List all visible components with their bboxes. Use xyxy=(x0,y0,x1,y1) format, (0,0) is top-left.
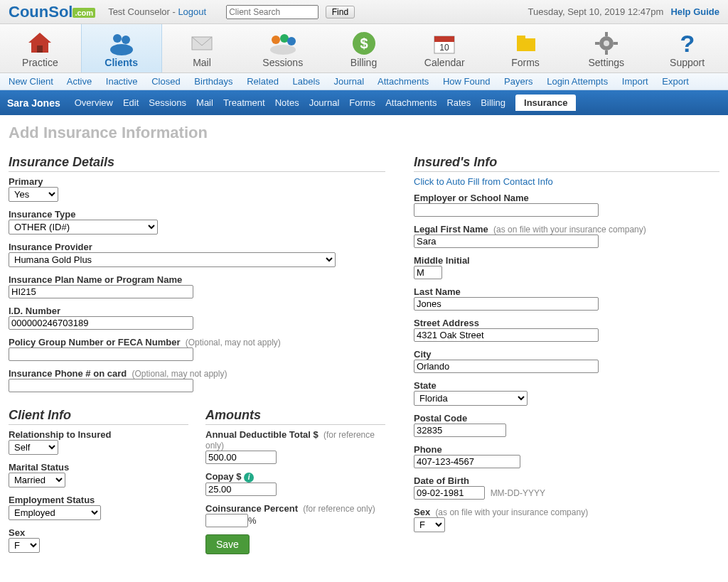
last-input[interactable] xyxy=(414,297,599,311)
tab-sessions[interactable]: Sessions xyxy=(149,97,186,108)
nav-practice[interactable]: Practice xyxy=(0,24,81,72)
save-button[interactable]: Save xyxy=(205,534,250,554)
first-input[interactable] xyxy=(414,235,599,248)
tab-treatment[interactable]: Treatment xyxy=(223,97,265,108)
postal-input[interactable] xyxy=(414,424,506,437)
provider-label: Insurance Provider xyxy=(9,242,385,252)
subnav-new-client[interactable]: New Client xyxy=(9,76,53,87)
state-label: State xyxy=(414,380,719,391)
section-client-info: Client Info xyxy=(9,408,188,425)
employer-input[interactable] xyxy=(414,203,599,217)
client-search-input[interactable] xyxy=(226,5,318,19)
nav-clients[interactable]: Clients xyxy=(81,24,162,72)
svg-rect-16 xyxy=(517,36,525,40)
client-sex-label: Sex xyxy=(9,527,188,538)
primary-select[interactable]: Yes xyxy=(9,187,58,202)
nav-calendar[interactable]: 10 Calendar xyxy=(405,24,486,72)
policy-input[interactable] xyxy=(9,347,193,361)
subnav-related[interactable]: Related xyxy=(247,76,279,87)
subnav-import[interactable]: Import xyxy=(622,76,648,87)
plan-input[interactable] xyxy=(9,285,193,298)
subnav-export[interactable]: Export xyxy=(662,76,689,87)
logout-link[interactable]: Logout xyxy=(178,6,206,17)
ins-phone-input[interactable] xyxy=(9,379,193,392)
id-input[interactable] xyxy=(9,316,193,330)
subnav-payers[interactable]: Payers xyxy=(504,76,532,87)
subnav-birthdays[interactable]: Birthdays xyxy=(194,76,232,87)
employer-label: Employer or School Name xyxy=(414,193,719,203)
page-title: Add Insurance Information xyxy=(9,124,719,142)
svg-text:$: $ xyxy=(360,36,368,51)
nav-settings[interactable]: Settings xyxy=(566,24,647,72)
provider-select[interactable]: Humana Gold Plus xyxy=(9,252,336,267)
street-label: Street Address xyxy=(414,318,719,328)
marital-select[interactable]: Married xyxy=(9,473,65,487)
tab-edit[interactable]: Edit xyxy=(123,97,139,108)
people-icon xyxy=(82,30,161,57)
tab-journal[interactable]: Journal xyxy=(309,97,340,108)
dob-input[interactable] xyxy=(414,486,485,500)
rel-select[interactable]: Self xyxy=(9,440,58,455)
insured-phone-input[interactable] xyxy=(414,455,520,468)
top-bar: CounSol.com Test Counselor - Logout Find… xyxy=(0,0,728,24)
section-insurance-details: Insurance Details xyxy=(9,155,385,172)
subnav-active[interactable]: Active xyxy=(67,76,92,87)
svg-text:?: ? xyxy=(680,31,695,56)
dob-hint: MM-DD-YYYY xyxy=(491,488,545,498)
city-input[interactable] xyxy=(414,360,599,373)
insured-sex-select[interactable]: F xyxy=(414,517,445,532)
tab-mail[interactable]: Mail xyxy=(196,97,213,108)
tab-forms[interactable]: Forms xyxy=(349,97,375,108)
clients-subnav: New Client Active Inactive Closed Birthd… xyxy=(0,73,728,90)
subnav-attachments[interactable]: Attachments xyxy=(378,76,429,87)
client-sex-select[interactable]: F xyxy=(9,538,40,553)
state-select[interactable]: Florida xyxy=(414,391,528,406)
deductible-label: Annual Deductible Total $ (for reference… xyxy=(205,429,385,451)
subnav-journal[interactable]: Journal xyxy=(334,76,365,87)
dob-label: Date of Birth xyxy=(414,475,719,486)
coins-input[interactable] xyxy=(205,514,248,527)
emp-select[interactable]: Employed xyxy=(9,505,101,520)
first-label: Legal First Name (as on file with your i… xyxy=(414,224,719,235)
subnav-inactive[interactable]: Inactive xyxy=(106,76,138,87)
find-button[interactable]: Find xyxy=(326,6,355,18)
mi-input[interactable] xyxy=(414,266,442,279)
svg-rect-20 xyxy=(605,50,608,55)
nav-sessions[interactable]: Sessions xyxy=(242,24,323,72)
subnav-labels[interactable]: Labels xyxy=(293,76,320,87)
street-input[interactable] xyxy=(414,328,599,342)
subnav-login-attempts[interactable]: Login Attempts xyxy=(547,76,608,87)
svg-point-3 xyxy=(122,36,130,44)
subnav-closed[interactable]: Closed xyxy=(151,76,180,87)
copay-input[interactable] xyxy=(205,483,277,496)
svg-rect-13 xyxy=(434,36,454,42)
emp-label: Employment Status xyxy=(9,495,188,505)
nav-support[interactable]: ? Support xyxy=(647,24,728,72)
deductible-input[interactable] xyxy=(205,451,277,464)
tab-insurance[interactable]: Insurance xyxy=(515,95,576,111)
autofill-link[interactable]: Click to Auto Fill from Contact Info xyxy=(414,176,719,187)
help-guide-link[interactable]: Help Guide xyxy=(670,6,719,17)
tab-notes[interactable]: Notes xyxy=(275,97,299,108)
tab-rates[interactable]: Rates xyxy=(446,97,471,108)
svg-rect-22 xyxy=(614,42,618,45)
nav-mail[interactable]: Mail xyxy=(162,24,243,72)
svg-rect-21 xyxy=(595,42,599,45)
subnav-how-found[interactable]: How Found xyxy=(443,76,490,87)
logo-text: CounSol xyxy=(9,3,73,21)
calendar-icon: 10 xyxy=(405,30,485,57)
info-icon[interactable]: i xyxy=(244,473,254,483)
tab-billing[interactable]: Billing xyxy=(481,97,505,108)
tab-overview[interactable]: Overview xyxy=(75,97,113,108)
ins-type-label: Insurance Type xyxy=(9,209,385,220)
city-label: City xyxy=(414,349,719,360)
svg-point-9 xyxy=(270,45,296,55)
tab-attachments[interactable]: Attachments xyxy=(385,97,437,108)
envelope-icon xyxy=(162,30,242,57)
nav-forms[interactable]: Forms xyxy=(486,24,567,72)
ins-type-select[interactable]: OTHER (ID#) xyxy=(9,220,158,235)
nav-billing[interactable]: $ Billing xyxy=(323,24,405,72)
client-tab-bar: Sara Jones Overview Edit Sessions Mail T… xyxy=(0,90,728,115)
svg-rect-1 xyxy=(37,45,43,53)
gear-icon xyxy=(566,30,646,57)
